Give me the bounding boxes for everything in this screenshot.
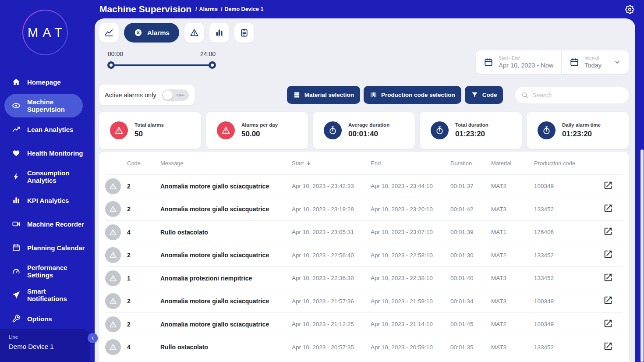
table-row[interactable]: 1 Anomalia protezioni riempitrice Apr 10…	[105, 266, 623, 290]
cell-production-code: 133452	[534, 344, 603, 351]
table-body: 2 Anomalia motore giallo sciacquatrice A…	[105, 174, 623, 358]
cell-duration: 00:01:42	[450, 206, 491, 213]
open-alarm-icon[interactable]	[603, 319, 613, 328]
active-alarms-toggle[interactable]: OFF	[162, 89, 189, 101]
filter-button-label: Material selection	[304, 92, 354, 98]
filter-button[interactable]: Production code selection	[364, 86, 461, 104]
eye-icon	[12, 101, 21, 110]
table-row[interactable]: 2 Anomalia motore giallo sciacquatrice A…	[105, 312, 623, 336]
sidebar-item-label: Homepage	[27, 78, 61, 86]
settings-gear-icon[interactable]	[625, 5, 634, 14]
table-row[interactable]: 4 Rullo ostacolato Apr 10, 2023 - 23:05:…	[105, 220, 623, 244]
alarms-table: Code Message Start End Duration Material…	[99, 152, 629, 362]
cell-material: MAT2	[491, 321, 534, 327]
interval-select[interactable]: Interval Today	[562, 50, 629, 74]
tab[interactable]	[209, 23, 229, 43]
stat-value: 50	[134, 130, 164, 138]
table-row[interactable]: 2 Anomalia motore giallo sciacquatrice A…	[105, 198, 623, 221]
warning-icon	[109, 228, 117, 236]
col-message[interactable]: Message	[160, 160, 292, 167]
table-row[interactable]: 4 Rullo ostacolato Apr 10, 2023 - 20:57:…	[105, 336, 623, 359]
sidebar-item[interactable]: Machine Recorder	[0, 212, 90, 236]
cell-message: Anomalia motore giallo sciacquatrice	[160, 252, 292, 259]
cell-end: Apr 10, 2023 - 21:14:10	[371, 321, 450, 327]
stopwatch-icon	[435, 126, 444, 135]
chevron-down-icon	[614, 59, 621, 66]
table-header: Code Message Start End Duration Material…	[105, 152, 623, 174]
stat-value: 01:23:20	[562, 130, 601, 138]
slider-end-label: 24:00	[200, 50, 216, 57]
cell-message: Anomalia motore giallo sciacquatrice	[160, 321, 292, 328]
cell-end: Apr 10, 2023 - 22:38:10	[371, 275, 450, 281]
col-code[interactable]: Code	[127, 160, 160, 167]
col-production-code[interactable]: Production code	[534, 160, 603, 167]
stat-label: Average duration	[348, 122, 389, 128]
col-end[interactable]: End	[371, 160, 450, 167]
open-alarm-icon[interactable]	[603, 203, 613, 213]
search-box	[515, 87, 629, 103]
filter-button[interactable]: Code	[465, 86, 503, 104]
warning-icon	[114, 126, 124, 135]
chevron-left-icon	[90, 335, 96, 341]
page-scrollbar[interactable]	[640, 149, 644, 362]
search-input[interactable]	[532, 92, 623, 99]
stat-card: Average duration 00:01:40	[313, 112, 415, 149]
tab[interactable]	[234, 23, 254, 43]
sidebar-item[interactable]: Homepage	[0, 70, 90, 94]
sidebar-item[interactable]: Lean Analytics	[0, 117, 90, 141]
time-range-slider: 00:00 24:00	[108, 50, 216, 69]
circle-x-icon	[134, 28, 143, 37]
open-alarm-icon[interactable]	[603, 341, 613, 351]
cell-start: Apr 10, 2023 - 21:12:25	[292, 321, 371, 327]
cell-duration: 00:01:30	[450, 252, 491, 259]
calendar-icon	[12, 243, 21, 252]
filter-button-label: Code	[482, 92, 497, 98]
breadcrumb-item: /Alarms	[195, 6, 218, 12]
tab[interactable]	[184, 23, 204, 43]
cell-duration: 00:01:35	[450, 344, 491, 351]
cell-material: MAT3	[491, 298, 534, 305]
sidebar-collapse-button[interactable]	[88, 333, 98, 343]
stat-card: Daily alarm time 01:23:20	[527, 112, 629, 149]
date-controls: Start - End Apr 10, 2023 - Now Interval …	[476, 50, 629, 74]
funnel-icon	[471, 91, 478, 99]
open-alarm-icon[interactable]	[603, 295, 613, 305]
sidebar-item[interactable]: Smart Notifications	[0, 283, 90, 307]
gauge-icon	[12, 267, 21, 276]
cell-production-code: 133452	[534, 275, 603, 281]
open-alarm-icon[interactable]	[603, 181, 613, 190]
tab[interactable]: Alarms	[124, 23, 179, 43]
device-selector[interactable]: Line Demo Device 1	[0, 329, 90, 362]
sidebar-item[interactable]: Performance Settings	[0, 259, 90, 283]
date-range-picker[interactable]: Start - End Apr 10, 2023 - Now	[476, 50, 561, 74]
cell-duration: 00:01:39	[450, 229, 491, 235]
barcode-icon	[370, 91, 377, 99]
open-alarm-icon[interactable]	[603, 273, 613, 282]
col-duration[interactable]: Duration	[450, 160, 491, 167]
slider-track[interactable]	[109, 64, 215, 66]
cell-production-code: 133452	[534, 206, 603, 213]
sidebar-item[interactable]: KPI Analytics	[0, 188, 90, 212]
open-alarm-icon[interactable]	[603, 249, 613, 259]
table-row[interactable]: 2 Anomalia motore giallo sciacquatrice A…	[105, 290, 623, 313]
col-start[interactable]: Start	[292, 160, 371, 167]
sidebar-item[interactable]: Machine Supervision	[4, 94, 83, 117]
table-row[interactable]: 2 Anomalia motore giallo sciacquatrice A…	[105, 174, 623, 198]
cell-code: 2	[127, 183, 160, 190]
col-material[interactable]: Material	[491, 160, 534, 167]
filter-button[interactable]: Material selection	[287, 86, 360, 104]
cell-code: 1	[127, 275, 160, 282]
sidebar-item[interactable]: Options	[0, 307, 90, 330]
stat-value: 01:23:20	[455, 130, 488, 138]
slider-handle-end[interactable]	[209, 61, 216, 69]
sidebar-item[interactable]: Health Monitoring	[0, 141, 90, 165]
sidebar-item[interactable]: Consumption Analytics	[0, 165, 90, 188]
table-row[interactable]: 2 Anomalia motore giallo sciacquatrice A…	[105, 244, 623, 267]
sidebar-item[interactable]: Planning Calendar	[0, 236, 90, 259]
device-selector-value: Demo Device 1	[9, 343, 81, 350]
warning-icon	[109, 251, 117, 259]
open-alarm-icon[interactable]	[603, 227, 613, 236]
alarm-avatar	[105, 316, 121, 332]
slider-handle-start[interactable]	[107, 61, 115, 69]
tab[interactable]	[99, 23, 119, 43]
